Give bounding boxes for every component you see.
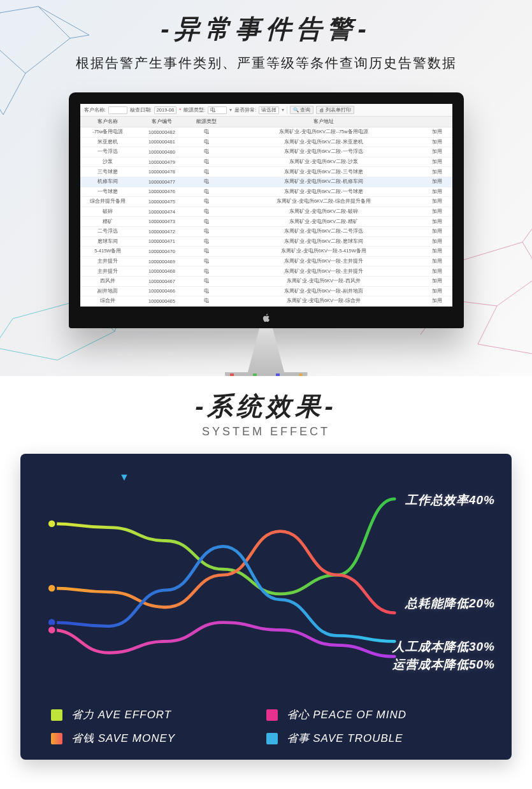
print-icon: 🖨 — [319, 107, 324, 113]
effect-subtitle: SYSTEM EFFECT — [0, 425, 532, 438]
table-header: 客户名称 — [80, 117, 136, 127]
series-start-dot — [47, 584, 55, 592]
table-row[interactable]: 磨球车间1000000471电东周矿业-变电所6KV二段-磨球车间加用 — [80, 236, 452, 247]
swatch-icon — [266, 733, 278, 744]
effect-section: -系统效果- SYSTEM EFFECT ▼ 工作总效率40% 总耗能降低20%… — [0, 376, 532, 785]
unit-select[interactable]: 请选择 — [259, 106, 279, 114]
series-line — [52, 546, 394, 641]
table-header: 能源类型 — [188, 117, 225, 127]
table-header: 客户地址 — [225, 117, 422, 127]
app-screenshot: 客户名称: 核查日期: 2019-08 * 能源类型: 电 ▾ 是否异常: 请选… — [80, 104, 452, 307]
table-row[interactable]: 沙泵1000000479电东周矿业-变电所6KV二段-沙泵加用 — [80, 157, 452, 167]
table-row[interactable]: 综合井1000000465电东周矿业-变电所6KV一段-综合井加用 — [80, 296, 452, 307]
label-name: 客户名称: — [84, 107, 106, 113]
table-row[interactable]: 西风井1000000467电东周矿业-变电所6KV一段-西风井加用 — [80, 276, 452, 286]
search-icon: 🔍 — [293, 107, 299, 113]
alarm-section: -异常事件告警- 根据告警产生事件类别、严重等级等条件查询历史告警数据 客户名称… — [0, 0, 532, 376]
label-type: 能源类型: — [183, 107, 205, 113]
swatch-icon — [51, 709, 62, 721]
legend-trouble: 省事 SAVE TROUBLE — [266, 731, 482, 746]
table-row[interactable]: 一号浮选1000000480电东周矿业-变电所6KV二段-一号浮选加用 — [80, 147, 452, 157]
annotation-labor: 人工成本降低30% — [392, 639, 495, 655]
table-header: 客户编号 — [136, 117, 188, 127]
table-row[interactable]: 破碎1000000474电东周矿业-变电所6KV二段-破碎加用 — [80, 206, 452, 217]
toolbar: 客户名称: 核查日期: 2019-08 * 能源类型: 电 ▾ 是否异常: 请选… — [80, 104, 452, 117]
annotation-efficiency: 工作总效率40% — [405, 492, 495, 509]
series-line — [52, 532, 394, 613]
table-row[interactable]: 主井提升1000000468电东周矿业-变电所6KV一段-主井提升加用 — [80, 266, 452, 277]
table-row[interactable]: 精矿1000000473电东周矿业-变电所6KV二段-精矿加用 — [80, 217, 452, 227]
chart-legend: 省力 AVE EFFORT 省心 PEACE OF MIND 省钱 SAVE M… — [51, 707, 481, 746]
annotation-energy: 总耗能降低20% — [405, 595, 495, 612]
annotation-ops: 运营成本降低50% — [392, 656, 495, 673]
swatch-icon — [266, 709, 278, 721]
label-date: 核查日期: — [130, 107, 152, 113]
legend-peace: 省心 PEACE OF MIND — [266, 707, 482, 722]
monitor-mockup: 客户名称: 核查日期: 2019-08 * 能源类型: 电 ▾ 是否异常: 请选… — [69, 92, 464, 376]
legend-ave: 省力 AVE EFFORT — [51, 707, 266, 722]
date-input[interactable]: 2019-08 — [154, 106, 177, 114]
type-select[interactable]: 电 — [208, 106, 227, 114]
table-row[interactable]: -75w备用电源1000000482电东周矿业-变电所6KV二段--75w备用电… — [80, 127, 452, 138]
table-row[interactable]: 主井提升1000000469电东周矿业-变电所6KV一段-主井提升加用 — [80, 256, 452, 266]
table-row[interactable]: 机修车间1000000477电东周矿业-变电所6KV二段-机修车间加用 — [80, 177, 452, 187]
table-row[interactable]: 三号球磨1000000478电东周矿业-变电所6KV二段-三号球磨加用 — [80, 167, 452, 177]
table-row[interactable]: 一号球磨1000000476电东周矿业-变电所6KV二段-一号球磨加用 — [80, 187, 452, 197]
label-unit: 是否异常: — [234, 107, 256, 113]
table-row[interactable]: 米亚磨机1000000481电东周矿业-变电所6KV二段-米亚磨机加用 — [80, 137, 452, 147]
print-button[interactable]: 🖨列表单打印 — [316, 106, 354, 114]
series-start-dot — [47, 626, 55, 634]
query-button[interactable]: 🔍查询 — [290, 106, 313, 114]
triangle-marker-icon: ▼ — [119, 472, 129, 483]
table-header — [422, 117, 452, 127]
data-table: 客户名称客户编号能源类型客户地址 -75w备用电源1000000482电东周矿业… — [80, 117, 452, 307]
effect-title: -系统效果- — [0, 382, 532, 424]
apple-logo-icon — [262, 314, 271, 322]
name-input[interactable] — [108, 106, 127, 114]
chart-card: ▼ 工作总效率40% 总耗能降低20% 人工成本降低30% 运营成本降低50% … — [20, 454, 512, 760]
legend-money: 省钱 SAVE MONEY — [51, 731, 266, 746]
table-row[interactable]: 5-415W备用1000000470电东周矿业-变电所6KV一段-5-415W备… — [80, 247, 452, 257]
required-marker: * — [179, 107, 181, 113]
table-row[interactable]: 副井地面1000000466电东周矿业-变电所6KV一段-副井地面加用 — [80, 286, 452, 296]
table-row[interactable]: 综合井提升备用1000000475电东周矿业-变电所6KV二段-综合井提升备用加… — [80, 197, 452, 207]
alarm-subtitle: 根据告警产生事件类别、严重等级等条件查询历史告警数据 — [0, 54, 532, 72]
alarm-title: -异常事件告警- — [0, 0, 532, 47]
series-start-dot — [47, 519, 55, 528]
swatch-icon — [51, 733, 62, 744]
table-row[interactable]: 二号浮选1000000472电东周矿业-变电所6KV二段-二号浮选加用 — [80, 226, 452, 236]
table-row[interactable]: 二号压风1000000464电东周矿业-变电所6KV一段-二号压风加用 — [80, 306, 452, 307]
